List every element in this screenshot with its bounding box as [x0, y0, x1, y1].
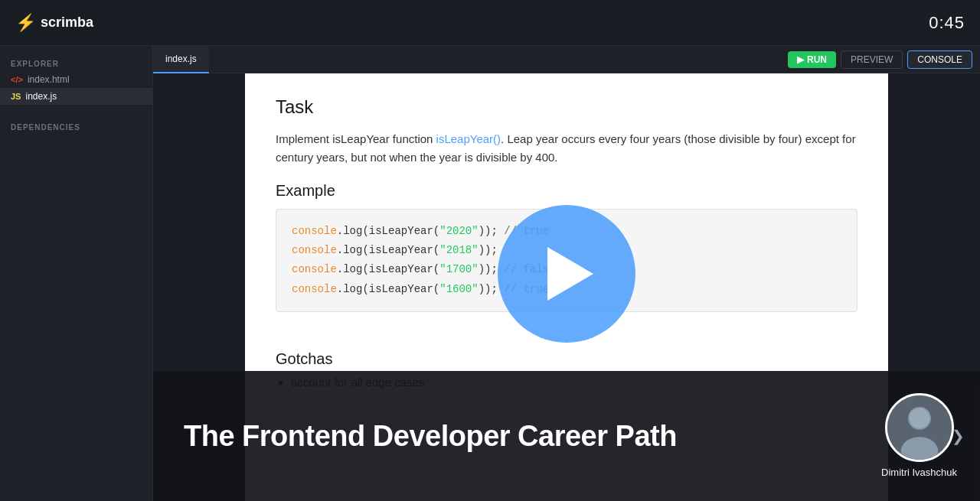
- js-file-icon: JS: [11, 92, 21, 101]
- task-paragraph: Implement isLeapYear function isLeapYear…: [276, 130, 858, 167]
- explorer-label: EXPLORER: [0, 54, 152, 71]
- gotchas-heading: Gotchas: [276, 350, 858, 368]
- course-title: The Frontend Developer Career Path: [184, 420, 677, 453]
- console-button[interactable]: CONSOLE: [907, 50, 972, 69]
- avatar-image: [887, 393, 952, 462]
- code-str-4: "1600": [439, 283, 478, 295]
- code-console-2: console: [292, 244, 337, 256]
- editor-buttons: ▶ RUN PREVIEW CONSOLE: [788, 50, 972, 69]
- instructor-area: Dimitri Ivashchuk: [881, 393, 957, 478]
- code-log-3: .log(isLeapYear(: [337, 263, 439, 275]
- sidebar-item-indexhtml[interactable]: </> index.html: [0, 71, 152, 88]
- example-heading: Example: [276, 182, 858, 200]
- preview-button[interactable]: PREVIEW: [841, 50, 903, 69]
- task-code: isLeapYear(): [436, 132, 501, 145]
- task-text-before: Implement isLeapYear function: [276, 132, 436, 145]
- code-str-3: "1700": [439, 263, 478, 275]
- code-console-1: console: [292, 225, 337, 237]
- run-label: RUN: [807, 54, 827, 65]
- run-play-icon: ▶: [797, 54, 804, 65]
- code-str-1: "2020": [439, 225, 478, 237]
- avatar: [885, 393, 954, 462]
- main-layout: EXPLORER </> index.html JS index.js DEPE…: [0, 46, 980, 501]
- sidebar-filename-js: index.js: [25, 91, 57, 102]
- svg-point-3: [909, 408, 929, 428]
- editor-area: index.js ▶ RUN PREVIEW CONSOLE: [153, 46, 980, 501]
- tab-indexjs-label: index.js: [165, 54, 197, 64]
- sidebar-filename-html: index.html: [28, 74, 70, 85]
- code-console-4: console: [292, 283, 337, 295]
- tab-indexjs[interactable]: index.js: [153, 46, 209, 73]
- editor-tabs-bar: index.js ▶ RUN PREVIEW CONSOLE: [153, 46, 980, 73]
- instructor-name: Dimitri Ivashchuk: [881, 467, 957, 478]
- preview-label: PREVIEW: [851, 54, 893, 65]
- task-heading: Task: [276, 96, 858, 118]
- logo-area: ⚡ scrimba: [15, 13, 93, 33]
- console-label: CONSOLE: [917, 54, 962, 65]
- code-str-2: "2018": [439, 244, 478, 256]
- top-header: ⚡ scrimba 0:45: [0, 0, 980, 46]
- logo-icon: ⚡: [15, 13, 36, 33]
- timer-display: 0:45: [929, 13, 965, 33]
- html-file-icon: </>: [11, 75, 23, 84]
- code-log-2: .log(isLeapYear(: [337, 244, 439, 256]
- bottom-overlay: The Frontend Developer Career Path ❯: [153, 371, 980, 501]
- code-log-1: .log(isLeapYear(: [337, 225, 439, 237]
- code-log-4: .log(isLeapYear(: [337, 283, 439, 295]
- logo-text: scrimba: [41, 15, 93, 31]
- play-button[interactable]: [498, 205, 635, 343]
- dependencies-label: DEPENDENCIES: [0, 117, 152, 135]
- scrimba-logo[interactable]: ⚡ scrimba: [15, 13, 93, 33]
- content-area: Task Implement isLeapYear function isLea…: [153, 73, 980, 501]
- sidebar: EXPLORER </> index.html JS index.js DEPE…: [0, 46, 153, 501]
- run-button[interactable]: ▶ RUN: [788, 51, 836, 68]
- code-console-3: console: [292, 263, 337, 275]
- code-suffix-2: ));: [479, 244, 498, 256]
- play-triangle-icon: [547, 247, 593, 301]
- sidebar-item-indexjs[interactable]: JS index.js: [0, 88, 152, 105]
